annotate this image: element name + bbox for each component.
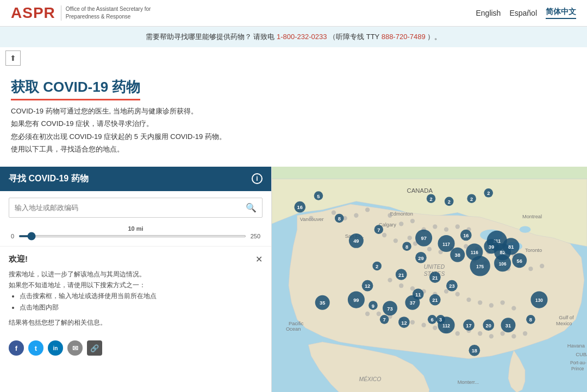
svg-text:UNITED: UNITED (424, 264, 445, 270)
map-cluster-label: 16 (297, 205, 303, 210)
map-cluster-label: 29 (418, 255, 423, 261)
email-icon[interactable]: ✉ (67, 340, 83, 356)
map-cluster-label: 8 (405, 244, 408, 249)
slider-min-label: 0 (11, 233, 14, 239)
page-title: 获取 COVID-19 药物 (11, 78, 140, 100)
map-dot[interactable] (528, 267, 533, 271)
map-dot[interactable] (540, 263, 544, 268)
svg-text:Prince: Prince (571, 366, 584, 371)
hero-desc-3: 您必须在初次出现 COVID-19 症状起的 5 天内服用 COVID-19 药… (11, 130, 576, 143)
map-dot[interactable] (489, 334, 494, 338)
map-dot[interactable] (410, 219, 415, 223)
map-cluster-label: 49 (353, 238, 359, 244)
map-cluster-label: 81 (508, 244, 514, 249)
map-cluster-label: 31 (505, 323, 511, 328)
map-cluster-label: 21 (432, 275, 438, 280)
map-cluster-label: 37 (410, 300, 415, 306)
tty-text: （听障专线 TTY (329, 33, 382, 41)
map-dot[interactable] (455, 224, 460, 229)
link-icon[interactable]: 🔗 (87, 340, 102, 356)
svg-text:Havana: Havana (567, 343, 585, 349)
map-dot[interactable] (399, 222, 403, 226)
map-area[interactable]: CANADA Edmonton Calgary Vancouver San Fr… (272, 167, 587, 392)
map-dot[interactable] (382, 232, 386, 237)
map-dot[interactable] (354, 213, 358, 217)
phone2-link[interactable]: 888-720-7489 (382, 33, 426, 41)
search-icon[interactable]: 🔍 (240, 198, 262, 217)
map-cluster-label: 8 (529, 317, 532, 323)
welcome-desc-2: 如果您不知道地址，请使用以下搜索方式之一： (9, 280, 263, 290)
map-dot[interactable] (523, 331, 527, 336)
phone1-link[interactable]: 1-800-232-0233 (277, 33, 327, 41)
hero-description: COVID-19 药物可通过您的医生, 当地药房与健康诊所获得。 如果您有 CO… (11, 105, 576, 156)
logo-area: ASPR Office of the Assistant Secretary f… (11, 4, 151, 22)
map-cluster-label: 21 (432, 298, 438, 303)
map-dot[interactable] (394, 238, 398, 243)
map-cluster-label: 23 (449, 283, 454, 289)
search-input[interactable] (9, 199, 240, 216)
map-dot[interactable] (511, 334, 516, 338)
map-dot[interactable] (408, 236, 412, 240)
svg-text:Pacific: Pacific (289, 320, 304, 326)
info-icon-button[interactable]: i (252, 173, 263, 184)
map-dot[interactable] (422, 323, 426, 327)
map-dot[interactable] (444, 289, 448, 293)
map-dot[interactable] (365, 311, 370, 315)
map-dot[interactable] (399, 283, 403, 288)
search-panel-title: 寻找 COVID-19 药物 (9, 173, 89, 185)
welcome-desc-1: 搜索地址，以进一步了解该地点与其周边情况。 (9, 269, 263, 280)
welcome-close-button[interactable]: ✕ (255, 254, 263, 264)
map-dot[interactable] (489, 303, 494, 307)
welcome-description: 搜索地址，以进一步了解该地点与其周边情况。 如果您不知道地址，请使用以下搜索方式… (9, 269, 263, 313)
map-cluster-label: 175 (476, 264, 484, 269)
map-cluster-label: 20 (486, 323, 491, 328)
map-dot[interactable] (377, 311, 381, 315)
map-dot[interactable] (365, 207, 370, 212)
svg-text:CUBA: CUBA (576, 351, 587, 357)
map-cluster-label: 12 (365, 283, 370, 289)
search-input-wrap: 🔍 (9, 198, 263, 218)
lang-chinese[interactable]: 简体中文 (546, 7, 576, 19)
map-dot[interactable] (455, 331, 460, 336)
main-layout: 寻找 COVID-19 药物 i 🔍 10 mi 0 250 (0, 167, 587, 392)
alert-end: ）。 (427, 33, 441, 41)
map-cluster-label: 16 (463, 233, 469, 238)
facebook-icon[interactable]: f (9, 340, 24, 356)
map-dot[interactable] (388, 213, 392, 217)
alert-text: 需要帮助寻找哪里能够提供药物？ 请致电 (146, 33, 277, 41)
map-dot[interactable] (433, 325, 437, 330)
map-dot[interactable] (501, 300, 505, 305)
map-dot[interactable] (478, 300, 482, 305)
map-cluster-label: 7 (377, 227, 380, 232)
map-dot[interactable] (466, 298, 471, 302)
map-dot[interactable] (478, 331, 482, 336)
radius-slider[interactable] (18, 235, 246, 237)
lang-espanol[interactable]: Español (509, 9, 537, 17)
hero-section: 获取 COVID-19 药物 COVID-19 药物可通过您的医生, 当地药房与… (0, 69, 587, 167)
map-dot[interactable] (410, 286, 415, 290)
linkedin-icon[interactable]: in (48, 340, 63, 356)
logo-rest: SPR (22, 4, 55, 21)
map-cluster-label: 38 (455, 252, 460, 258)
social-icons: f t in ✉ 🔗 (0, 335, 271, 363)
map-dot[interactable] (427, 246, 432, 251)
map-dot[interactable] (332, 210, 336, 214)
slider-label-row: 10 mi (11, 225, 260, 232)
map-dot[interactable] (309, 216, 313, 220)
map-cluster-label: 2 (430, 196, 433, 201)
slider-row: 0 250 (11, 233, 260, 239)
map-dot[interactable] (444, 227, 448, 231)
map-cluster-label: 130 (535, 298, 543, 303)
svg-text:MÉXICO: MÉXICO (359, 376, 382, 382)
map-dot[interactable] (410, 320, 415, 324)
map-dot[interactable] (455, 292, 460, 296)
map-dot[interactable] (388, 277, 392, 282)
twitter-icon[interactable]: t (28, 340, 43, 356)
share-button[interactable]: ⬆ (5, 50, 21, 66)
map-dot[interactable] (511, 306, 516, 310)
welcome-title: 欢迎! (9, 254, 263, 264)
map-cluster-label: 2 (470, 196, 473, 201)
lang-english[interactable]: English (476, 9, 501, 17)
map-dot[interactable] (501, 331, 505, 336)
map-dot[interactable] (433, 224, 437, 229)
